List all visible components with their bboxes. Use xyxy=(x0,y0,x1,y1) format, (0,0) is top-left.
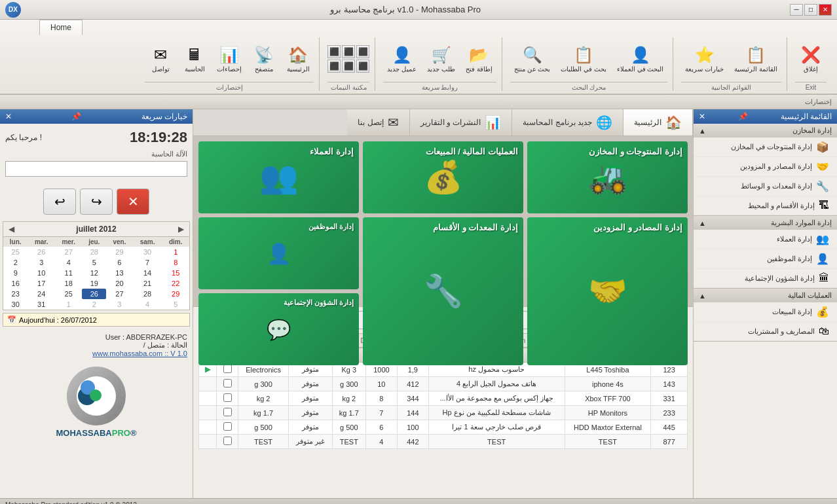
stats-btn[interactable]: 📊 إحصاءات xyxy=(213,43,246,75)
calendar-day[interactable]: 31 xyxy=(28,299,55,310)
tab-contact[interactable]: ✉إتصل بنا xyxy=(347,109,409,135)
calendar-day[interactable]: 7 xyxy=(133,257,162,268)
table-row[interactable]: 500 gمتوفر500 g6100قرص صلب خارجي سعة 1 ت… xyxy=(199,420,688,435)
search-product-button[interactable]: 🔍 بحث عن منتج xyxy=(510,43,555,75)
calendar-day[interactable]: 1 xyxy=(162,247,189,257)
table-row[interactable]: 300 gمتوفر300 g10412هاتف محمول الجيل الر… xyxy=(199,377,688,391)
table-row[interactable]: TESTغير متوفرTEST4442TESTTEST877 xyxy=(199,435,688,449)
calendar-day[interactable]: 8 xyxy=(162,257,189,268)
calendar-day[interactable]: 28 xyxy=(82,247,106,257)
sidebar-item[interactable]: 🏛إدارة الشؤون الإجتماعية xyxy=(694,269,837,288)
sidebar-item[interactable]: 🏗إدارة الأقسام و المحيط xyxy=(694,196,837,215)
table-row[interactable]: 1.7 kgمتوفر1.7 kg7144شاشات مسطحة للمكيبي… xyxy=(199,406,688,420)
search-clients-button[interactable]: 👤 البحث في العملاء xyxy=(613,43,668,75)
close-shelf-button[interactable]: 📂 إطاقة فتح xyxy=(462,43,496,75)
calendar-day[interactable]: 6 xyxy=(106,257,133,268)
row-selector[interactable] xyxy=(199,391,217,406)
browser-btn[interactable]: 📡 متصفح xyxy=(248,43,280,75)
calendar-day[interactable]: 28 xyxy=(133,289,162,299)
new-client-button[interactable]: 👤 عميل جديد xyxy=(383,43,420,75)
calendar-day[interactable]: 20 xyxy=(106,278,133,289)
website-link[interactable]: www.mohassaba.com :: V 1.0 xyxy=(5,350,187,357)
calendar-day[interactable]: 22 xyxy=(162,278,189,289)
lib-btn-6[interactable]: ⬛ xyxy=(327,60,341,73)
grid-item-warehouse[interactable]: إدارة المنتوجات و المخازن 🚜 xyxy=(527,141,688,213)
sidebar-section-header-warehouse[interactable]: إدارة المخازن▲ xyxy=(694,124,837,137)
calculator-btn[interactable]: 🖩 الحاسبة xyxy=(179,43,210,75)
row-checkbox[interactable] xyxy=(223,422,232,431)
calendar-day[interactable]: 21 xyxy=(133,278,162,289)
home-btn[interactable]: 🏠 الرئيسية xyxy=(282,43,314,75)
calc-back-button[interactable]: ↩ xyxy=(43,189,76,215)
exit-button[interactable]: ❌ إغلاق xyxy=(795,43,827,75)
calendar-day[interactable]: 30 xyxy=(133,247,162,257)
minimize-button[interactable]: ─ xyxy=(790,4,803,16)
sidebar-item[interactable]: 📦إدارة المنتوجات في المخازن xyxy=(694,137,837,157)
calendar-day[interactable]: 4 xyxy=(55,257,83,268)
sidebar-item[interactable]: 🤝إدارة المصادر و المزودين xyxy=(694,157,837,177)
calc-clear-button[interactable]: ✕ xyxy=(117,189,149,215)
grid-item-employees[interactable]: إدارة الموظفين 👤 xyxy=(198,217,359,289)
tab-home[interactable]: 🏠الرئيسية xyxy=(623,109,693,135)
new-request-button[interactable]: 🛒 طلب جديد xyxy=(423,43,459,75)
cal-prev-button[interactable]: ◀ xyxy=(9,225,14,234)
row-checkbox[interactable] xyxy=(223,379,232,387)
table-row[interactable]: 2 kgمتوفر2 kg8344جهاز إكس بوكس مع مجموعة… xyxy=(199,391,688,406)
calendar-day[interactable]: 12 xyxy=(82,268,106,278)
row-checkbox[interactable] xyxy=(223,365,232,373)
calendar-day[interactable]: 27 xyxy=(106,289,133,299)
row-selector[interactable] xyxy=(199,420,217,435)
sidebar-right-close-icon[interactable]: ✕ xyxy=(699,112,705,121)
calendar-day[interactable]: 15 xyxy=(162,268,189,278)
calendar-day[interactable]: 29 xyxy=(106,247,133,257)
row-selector[interactable] xyxy=(199,406,217,420)
lib-btn-4[interactable]: ⬛ xyxy=(356,60,369,73)
row-checkbox[interactable] xyxy=(223,393,232,402)
sidebar-item[interactable]: 💰إدارة المبيعات xyxy=(694,302,837,322)
sidebar-item[interactable]: 👤إدارة الموظفين xyxy=(694,249,837,269)
calculator-display[interactable] xyxy=(5,161,187,177)
grid-item-suppliers[interactable]: إدارة المصادر و المزودين 🤝 xyxy=(527,217,688,365)
main-menu-button[interactable]: 📋 القائمة الرئيسية xyxy=(730,43,781,75)
calendar-day[interactable]: 11 xyxy=(55,268,83,278)
calendar-day[interactable]: 26 xyxy=(28,247,55,257)
row-selector[interactable] xyxy=(199,377,217,391)
tab-home[interactable]: Home xyxy=(39,20,83,35)
lib-btn-1[interactable]: ⬛ xyxy=(356,45,369,58)
row-checkbox[interactable] xyxy=(223,408,232,416)
grid-item-social[interactable]: إدارة الشؤون الإجتماعية 💬 xyxy=(198,293,359,365)
sidebar-section-header-hr[interactable]: إدارة الموارد البشرية▲ xyxy=(694,216,837,230)
tab-new[interactable]: 🌐جديد برنامج المحاسبة xyxy=(512,109,623,135)
calendar-day[interactable]: 5 xyxy=(162,299,189,310)
grid-item-equipment[interactable]: إدارة المعدات و الأقسام 🔧 xyxy=(363,217,523,365)
search-requests-button[interactable]: 📋 بحث في الطلبات xyxy=(557,43,610,75)
calendar-day[interactable]: 30 xyxy=(3,299,28,310)
calendar-day[interactable]: 29 xyxy=(162,289,189,299)
calc-forward-button[interactable]: ↪ xyxy=(80,189,113,215)
calendar-day[interactable]: 4 xyxy=(133,299,162,310)
calendar-day[interactable]: 10 xyxy=(28,268,55,278)
contact-btn[interactable]: ✉ تواصل xyxy=(145,43,176,75)
lib-btn-5[interactable]: ⬛ xyxy=(342,60,355,73)
row-selector[interactable] xyxy=(199,435,217,449)
tab-reports[interactable]: 📊النشرات و التقارير xyxy=(410,109,513,135)
calendar-day[interactable]: 5 xyxy=(82,257,106,268)
calendar-day[interactable]: 2 xyxy=(3,257,28,268)
lib-btn-3[interactable]: ⬛ xyxy=(327,45,341,58)
calendar-day[interactable]: 3 xyxy=(28,257,55,268)
calendar-day[interactable]: 27 xyxy=(55,247,83,257)
sidebar-item[interactable]: 👥إدارة العملاء xyxy=(694,230,837,249)
sidebar-item[interactable]: 🛍المصاريف و المشتريات xyxy=(694,322,837,341)
calendar-day[interactable]: 19 xyxy=(82,278,106,289)
calendar-day[interactable]: 1 xyxy=(55,299,83,310)
calendar-day[interactable]: 17 xyxy=(28,278,55,289)
sidebar-close-icon[interactable]: ✕ xyxy=(5,112,12,121)
lib-btn-2[interactable]: ⬛ xyxy=(342,45,355,58)
grid-item-clients[interactable]: إدارة العملاء 👥 xyxy=(198,141,359,213)
sidebar-section-header-finance[interactable]: العمليات المالية▲ xyxy=(694,289,837,302)
calendar-day[interactable]: 16 xyxy=(3,278,28,289)
calendar-day[interactable]: 13 xyxy=(106,268,133,278)
calendar-day[interactable]: 14 xyxy=(133,268,162,278)
calendar-day[interactable]: 3 xyxy=(106,299,133,310)
calendar-day[interactable]: 26 xyxy=(82,289,106,299)
